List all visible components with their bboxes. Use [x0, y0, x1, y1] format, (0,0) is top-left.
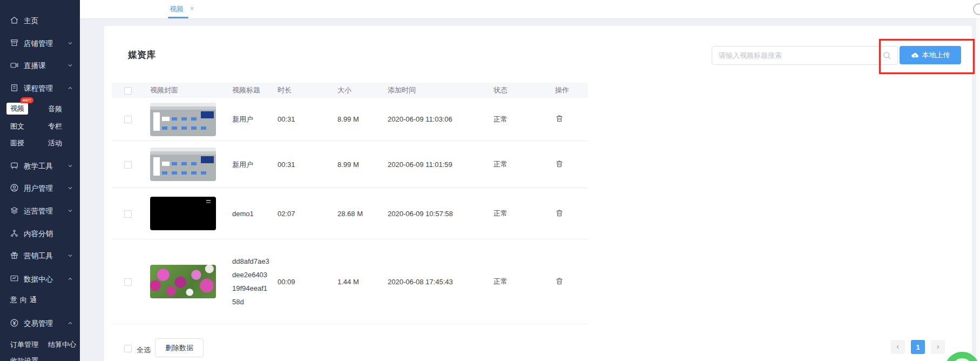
sidebar-item-label: 运营管理 [24, 206, 53, 216]
trash-icon[interactable] [555, 277, 564, 285]
delete-data-button[interactable]: 删除数据 [155, 338, 204, 357]
video-thumbnail-app-screenshot [150, 148, 216, 181]
chevron-up-icon [67, 276, 73, 282]
header-checkbox[interactable] [124, 87, 132, 95]
row-checkbox[interactable] [124, 161, 132, 169]
live-camera-icon [10, 61, 19, 70]
column-header-duration: 时长 [274, 85, 321, 95]
video-size: 8.99 M [321, 115, 382, 123]
select-all-label: 全选 [137, 345, 151, 355]
hot-badge: HOT [21, 97, 33, 103]
video-duration: 00:31 [274, 161, 321, 169]
prev-page-button[interactable] [891, 340, 905, 354]
tab-active-underline [168, 17, 188, 18]
tab-bar: 视频 × [80, 0, 980, 18]
video-title: demo1 [232, 207, 254, 220]
video-status: 正常 [488, 209, 548, 218]
shop-icon [10, 38, 19, 48]
page-number-button[interactable]: 1 [911, 340, 925, 354]
sidebar-item-data-center[interactable]: 数据中心 [0, 273, 80, 285]
sidebar-subitem-settlement-center[interactable]: 结算中心 [48, 340, 76, 350]
video-duration: 00:31 [274, 115, 321, 123]
chevron-down-icon [67, 62, 73, 69]
column-header-action: 操作 [548, 85, 588, 95]
sidebar-item-user-management[interactable]: 用户管理 [0, 182, 80, 194]
sidebar-item-live-class[interactable]: 直播课 [0, 59, 80, 71]
sidebar-subitem-payment-settings[interactable]: 收款设置 [10, 356, 38, 361]
chevron-down-icon [67, 163, 73, 169]
column-header-added: 添加时间 [382, 85, 488, 95]
sidebar-subitem-intention[interactable]: 意向通 [10, 295, 39, 305]
row-checkbox[interactable] [124, 210, 132, 218]
sidebar-subitem-audio[interactable]: 音频 [48, 104, 62, 114]
sidebar-item-operations-management[interactable]: 运营管理 [0, 205, 80, 217]
row-checkbox[interactable] [124, 116, 132, 123]
column-header-status: 状态 [488, 85, 548, 95]
sidebar-item-label: 用户管理 [24, 184, 53, 193]
local-upload-button[interactable]: 本地上传 [900, 46, 961, 64]
chevron-up-icon [67, 320, 73, 326]
sidebar-item-content-distribution[interactable]: 内容分销 [0, 228, 80, 239]
table-row: demo1 02:07 28.68 M 2020-06-09 10:57:58 … [112, 188, 588, 239]
course-book-icon [10, 83, 19, 92]
media-table: 视频封面 视频标题 时长 大小 添加时间 状态 操作 新用户 00:31 8.9… [112, 83, 588, 324]
sidebar-item-label: 课程管理 [24, 84, 53, 93]
column-header-size: 大小 [321, 85, 382, 95]
sidebar-subitem-video-active[interactable]: 视频 [6, 103, 28, 115]
chevron-up-icon [67, 85, 73, 91]
video-title: 新用户 [232, 158, 253, 171]
table-row: dd8afd7ae3dee2e640319f94eeaf158d 00:09 1… [112, 239, 588, 324]
sidebar-subitem-activity[interactable]: 活动 [48, 138, 62, 148]
sidebar-subitem-order-management[interactable]: 订单管理 [10, 340, 38, 350]
sidebar-item-label: 营销工具 [24, 251, 53, 261]
sidebar-item-label: 直播课 [24, 61, 46, 71]
upload-button-label: 本地上传 [922, 50, 950, 60]
sidebar-item-shop-management[interactable]: 店铺管理 [0, 37, 80, 49]
column-header-title: 视频标题 [229, 85, 274, 95]
chevron-down-icon [67, 252, 73, 259]
tab-video[interactable]: 视频 [170, 4, 184, 14]
sidebar-item-teaching-tools[interactable]: 教学工具 [0, 160, 80, 172]
trash-icon[interactable] [555, 209, 564, 217]
sidebar-item-label: 店铺管理 [24, 39, 53, 49]
row-checkbox[interactable] [124, 278, 132, 286]
video-thumbnail-flowers-photo [150, 265, 216, 298]
home-icon [10, 16, 19, 25]
user-icon [10, 183, 19, 192]
trash-icon[interactable] [555, 114, 564, 123]
table-header-row: 视频封面 视频标题 时长 大小 添加时间 状态 操作 [112, 83, 588, 98]
sidebar-item-label: 内容分销 [24, 229, 53, 239]
tab-close-icon[interactable]: × [190, 5, 194, 12]
app-root: 主页 店铺管理 直播课 课程管理 视频 HOT 音频 图文 专栏 面授 活动 教… [0, 0, 980, 361]
sidebar-subitem-column[interactable]: 专栏 [48, 122, 62, 131]
video-title: 新用户 [232, 112, 253, 126]
trash-icon[interactable] [555, 159, 564, 168]
sidebar-item-home[interactable]: 主页 [0, 15, 80, 26]
sidebar-item-label: 教学工具 [24, 162, 53, 171]
video-status: 正常 [488, 277, 548, 286]
video-status: 正常 [488, 159, 548, 169]
select-all-checkbox[interactable] [124, 345, 132, 352]
sidebar-item-course-management[interactable]: 课程管理 [0, 82, 80, 94]
video-duration: 02:07 [274, 210, 321, 218]
search-input[interactable] [712, 46, 898, 65]
layers-icon [10, 206, 19, 215]
sidebar-subitem-imagetext[interactable]: 图文 [10, 122, 24, 131]
next-page-button[interactable] [931, 340, 945, 354]
video-size: 28.68 M [321, 210, 382, 218]
data-chart-icon [10, 274, 19, 283]
column-header-cover: 视频封面 [143, 85, 229, 95]
scrollbar-track[interactable] [976, 0, 980, 361]
search-icon[interactable] [882, 51, 891, 60]
sidebar: 主页 店铺管理 直播课 课程管理 视频 HOT 音频 图文 专栏 面授 活动 教… [0, 0, 80, 361]
sidebar-item-label: 主页 [24, 16, 38, 26]
chevron-down-icon [67, 185, 73, 191]
sidebar-item-label: 数据中心 [24, 275, 53, 284]
sidebar-item-marketing-tools[interactable]: 营销工具 [0, 250, 80, 262]
video-size: 1.44 M [321, 278, 382, 286]
video-duration: 00:09 [274, 278, 321, 286]
video-title: dd8afd7ae3dee2e640319f94eeaf158d [232, 255, 271, 309]
sidebar-subitem-facetoface[interactable]: 面授 [10, 138, 24, 148]
sidebar-item-trade-management[interactable]: 交易管理 [0, 317, 80, 329]
chevron-down-icon [67, 208, 73, 214]
